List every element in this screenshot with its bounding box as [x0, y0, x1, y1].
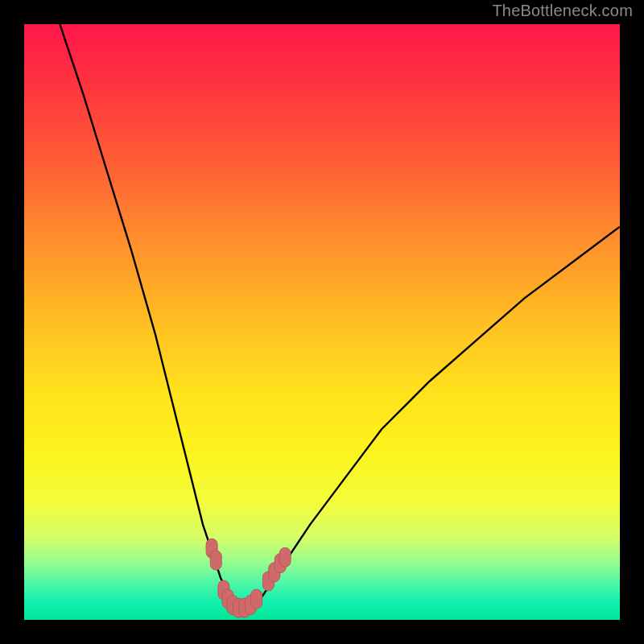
bottleneck-chart: [24, 24, 620, 620]
optimal-marker: [251, 589, 262, 609]
optimal-marker: [210, 551, 221, 570]
chart-frame: TheBottleneck.com: [0, 0, 644, 644]
heat-background: [24, 24, 620, 620]
watermark-text: TheBottleneck.com: [492, 2, 633, 20]
plot-area: [24, 24, 620, 620]
optimal-marker: [279, 547, 291, 567]
